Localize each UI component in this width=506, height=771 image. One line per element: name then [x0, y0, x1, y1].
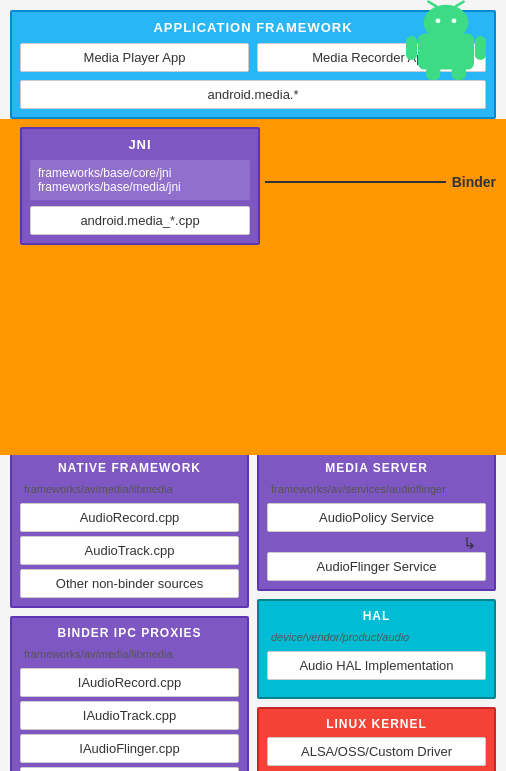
hal-section: HAL device/vendor/product/audio Audio HA… — [257, 599, 496, 699]
binder-ipc-title: BINDER IPC PROXIES — [20, 626, 239, 640]
binder-ipc-item-3: Ibinder.cpp — [20, 767, 239, 771]
linux-kernel-title: LINUX KERNEL — [267, 717, 486, 731]
svg-point-1 — [424, 5, 469, 40]
native-item-2: Other non-binder sources — [20, 569, 239, 598]
jni-title: JNI — [30, 137, 250, 152]
binder-ipc-path: frameworks/av/media/libmedia — [20, 646, 239, 662]
binder-ipc-item-0: IAudioRecord.cpp — [20, 668, 239, 697]
linux-kernel-item-0: ALSA/OSS/Custom Driver — [267, 737, 486, 766]
android-media-box: android.media.* — [20, 80, 486, 109]
jni-section: JNI frameworks/base/core/jni frameworks/… — [20, 127, 260, 245]
main-wrapper: APPLICATION FRAMEWORK Media Player App M… — [0, 10, 506, 771]
svg-point-3 — [452, 18, 457, 23]
media-server-path: frameworks/av/services/audioflinger — [267, 481, 486, 497]
binder-area: Binder — [265, 174, 496, 190]
svg-rect-9 — [452, 66, 466, 80]
native-item-0: AudioRecord.cpp — [20, 503, 239, 532]
media-server-title: MEDIA SERVER — [267, 461, 486, 475]
svg-point-2 — [436, 18, 441, 23]
media-player-box: Media Player App — [20, 43, 249, 72]
svg-rect-7 — [475, 36, 486, 60]
native-framework-section: NATIVE FRAMEWORK frameworks/av/media/lib… — [10, 451, 249, 608]
media-server-item-1: AudioFlinger Service — [267, 552, 486, 581]
lower-sections: NATIVE FRAMEWORK frameworks/av/media/lib… — [0, 451, 506, 771]
binder-ipc-item-1: IAudioTrack.cpp — [20, 701, 239, 730]
hal-title: HAL — [267, 609, 486, 623]
orange-section: JNI frameworks/base/core/jni frameworks/… — [0, 119, 506, 455]
jni-path2: frameworks/base/media/jni — [38, 180, 242, 194]
media-server-item-0: AudioPolicy Service — [267, 503, 486, 532]
binder-ipc-section: BINDER IPC PROXIES frameworks/av/media/l… — [10, 616, 249, 771]
right-column: MEDIA SERVER frameworks/av/services/audi… — [253, 451, 506, 771]
binder-label: Binder — [452, 174, 496, 190]
hal-item-0: Audio HAL Implementation — [267, 651, 486, 680]
native-framework-title: NATIVE FRAMEWORK — [20, 461, 239, 475]
jni-file: android.media_*.cpp — [30, 206, 250, 235]
native-framework-path: frameworks/av/media/libmedia — [20, 481, 239, 497]
svg-line-4 — [428, 2, 436, 7]
hal-path: device/vendor/product/audio — [267, 629, 486, 645]
binder-line — [265, 181, 446, 183]
native-item-1: AudioTrack.cpp — [20, 536, 239, 565]
linux-kernel-section: LINUX KERNEL ALSA/OSS/Custom Driver — [257, 707, 496, 772]
media-server-section: MEDIA SERVER frameworks/av/services/audi… — [257, 451, 496, 591]
svg-line-5 — [456, 2, 464, 7]
service-arrows: ↳ — [267, 536, 486, 552]
jni-path1: frameworks/base/core/jni — [38, 166, 242, 180]
android-logo — [406, 0, 486, 80]
binder-ipc-item-2: IAudioFlinger.cpp — [20, 734, 239, 763]
svg-rect-6 — [406, 36, 417, 60]
left-column: NATIVE FRAMEWORK frameworks/av/media/lib… — [0, 451, 253, 771]
svg-rect-8 — [426, 66, 440, 80]
